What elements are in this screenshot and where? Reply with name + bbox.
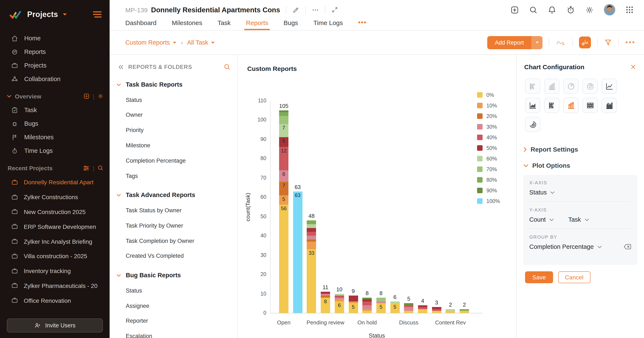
chart-type-pie[interactable] xyxy=(563,78,578,94)
overview-item-milestones[interactable]: Milestones xyxy=(0,130,110,144)
recent-project-zylker-pharmaceuticals-20[interactable]: Zylker Pharmaceuticals - 20 xyxy=(0,278,110,293)
more-actions-icon[interactable] xyxy=(312,6,319,13)
sidebar-item-collaboration[interactable]: Collaboration xyxy=(0,72,110,86)
search-icon[interactable] xyxy=(529,5,538,14)
chart-type-stacked-bar-horizontal[interactable] xyxy=(544,98,560,113)
chart-bar-unlabeled-12[interactable] xyxy=(432,307,441,313)
collapse-panel-icon[interactable] xyxy=(118,64,124,70)
recent-project-office-renovation[interactable]: Office Renovation xyxy=(0,293,110,308)
brand-caret-icon[interactable] xyxy=(62,13,67,16)
add-report-button[interactable]: Add Report xyxy=(487,36,543,49)
breadcrumb-custom-reports[interactable]: Custom Reports xyxy=(125,39,177,46)
chart-type-stacked-bar-100[interactable] xyxy=(582,98,598,113)
sidebar-item-home[interactable]: Home xyxy=(0,31,110,45)
user-avatar[interactable] xyxy=(604,4,616,16)
global-add-icon[interactable] xyxy=(510,5,519,14)
report-item-task-advanced-reports-task-priority-by-owner[interactable]: Task Priority by Owner xyxy=(126,219,233,232)
chart-type-column-histogram[interactable] xyxy=(602,98,617,113)
folder-section-task-advanced-reports[interactable]: Task Advanced Reports xyxy=(126,189,233,202)
chart-bar-unlabeled-6[interactable]: 5 xyxy=(348,296,358,313)
report-item-task-advanced-reports-task-status-by-owner[interactable]: Task Status by Owner xyxy=(126,204,233,217)
report-item-task-advanced-reports-task-completion-by-owner[interactable]: Task Completion by Owner xyxy=(126,234,233,247)
recent-project-zylker-inc-analyst-briefing[interactable]: Zylker Inc Analyst Briefing xyxy=(0,234,110,249)
chevron-down-icon[interactable] xyxy=(7,95,12,98)
chart-type-stacked-column[interactable] xyxy=(563,98,578,113)
recent-project-villa-construction-2025[interactable]: Villa construction - 2025 xyxy=(0,249,110,264)
filter-sliders-icon[interactable] xyxy=(83,165,90,171)
chart-type-bar-horizontal[interactable] xyxy=(525,78,540,94)
chart-bar-unlabeled-9[interactable]: 5 xyxy=(390,301,400,313)
chart-bar-unlabeled-2[interactable]: 63 xyxy=(293,191,302,313)
chart-bar-open[interactable]: 565761257 xyxy=(279,110,288,313)
folder-section-task-basic-reports[interactable]: Task Basic Reports xyxy=(126,78,233,91)
settings-gear-icon[interactable] xyxy=(585,5,594,14)
tab-time-logs[interactable]: Time Logs xyxy=(313,19,343,30)
tab-reports[interactable]: Reports xyxy=(246,19,268,30)
edit-pen-icon[interactable] xyxy=(292,6,300,13)
chart-type-line[interactable] xyxy=(602,78,617,94)
legend-item-0[interactable]: 0% xyxy=(477,90,500,100)
legend-item-30[interactable]: 30% xyxy=(477,121,500,132)
folder-section-bug-basic-reports[interactable]: Bug Basic Reports xyxy=(126,269,233,282)
more-options-icon[interactable]: ••• xyxy=(625,38,636,47)
chart-bar-discuss[interactable] xyxy=(404,303,414,313)
legend-item-100[interactable]: 100% xyxy=(477,196,500,206)
sidebar-collapse-icon[interactable] xyxy=(92,11,102,18)
chart-type-radial[interactable] xyxy=(525,117,540,132)
apps-grid-icon[interactable] xyxy=(625,5,634,14)
chart-type-bar-vertical[interactable] xyxy=(544,78,560,94)
chart-type-donut[interactable] xyxy=(582,78,598,94)
chart-bar-unlabeled-3[interactable]: 33 xyxy=(307,220,316,313)
timer-icon[interactable] xyxy=(566,5,575,14)
report-item-bug-basic-reports-reporter[interactable]: Reporter xyxy=(126,315,233,328)
notifications-bell-icon[interactable] xyxy=(548,5,556,14)
legend-item-70[interactable]: 70% xyxy=(477,164,500,175)
overview-item-task[interactable]: Task xyxy=(0,103,110,117)
expand-icon[interactable] xyxy=(332,6,338,13)
chart-bar-unlabeled-5[interactable]: 6 xyxy=(335,294,344,313)
chart-bar-pending-review[interactable]: 8 xyxy=(321,292,330,313)
invite-users-button[interactable]: Invite Users xyxy=(7,319,103,333)
x-axis-select[interactable]: Status xyxy=(529,189,631,196)
tab-dashboard[interactable]: Dashboard xyxy=(125,19,156,30)
legend-item-80[interactable]: 80% xyxy=(477,175,500,185)
plot-options-section[interactable]: Plot Options xyxy=(523,162,570,169)
report-item-task-basic-reports-status[interactable]: Status xyxy=(126,93,233,106)
chart-type-area[interactable] xyxy=(525,98,540,113)
folders-search-icon[interactable] xyxy=(224,63,231,70)
report-item-bug-basic-reports-assignee[interactable]: Assignee xyxy=(126,299,233,312)
y-axis-entity-select[interactable]: Task xyxy=(568,216,589,223)
y-axis-aggregate-select[interactable]: Count xyxy=(529,216,554,223)
chart-bar-content-rev[interactable] xyxy=(446,309,455,313)
report-item-bug-basic-reports-escalation[interactable]: Escalation xyxy=(126,330,233,338)
recent-project-inventory-tracking[interactable]: Inventory tracking xyxy=(0,264,110,279)
report-item-task-basic-reports-milestone[interactable]: Milestone xyxy=(126,139,233,152)
overview-item-time-logs[interactable]: Time Logs xyxy=(0,144,110,158)
legend-item-90[interactable]: 90% xyxy=(477,185,500,196)
report-item-task-basic-reports-owner[interactable]: Owner xyxy=(126,109,233,121)
breadcrumb-all-task[interactable]: All Task xyxy=(187,39,215,46)
report-item-task-basic-reports-tags[interactable]: Tags xyxy=(126,169,233,182)
report-item-task-advanced-reports-created-vs-completed[interactable]: Created Vs Completed xyxy=(126,250,233,262)
save-button[interactable]: Save xyxy=(525,271,553,283)
recent-project-new-construction-2025[interactable]: New Construction 2025 xyxy=(0,204,110,219)
overview-settings-icon[interactable] xyxy=(97,93,104,99)
add-dashboard-icon[interactable] xyxy=(84,93,90,99)
tabs-more-icon[interactable]: ••• xyxy=(358,19,366,30)
legend-item-60[interactable]: 60% xyxy=(477,153,500,164)
filter-funnel-icon[interactable] xyxy=(604,38,612,46)
group-by-select[interactable]: Completion Percentage xyxy=(529,243,602,250)
cancel-button[interactable]: Cancel xyxy=(558,271,590,283)
sidebar-item-projects[interactable]: Projects xyxy=(0,59,110,72)
report-settings-section[interactable]: Report Settings xyxy=(523,146,578,153)
legend-item-10[interactable]: 10% xyxy=(477,100,500,111)
chart-bar-on-hold[interactable] xyxy=(362,298,372,313)
project-search-icon[interactable] xyxy=(97,165,104,171)
zia-assistant-icon[interactable] xyxy=(556,38,566,47)
chart-bar-unlabeled-11[interactable] xyxy=(418,305,427,313)
chart-bar-unlabeled-14[interactable] xyxy=(460,309,469,313)
recent-project-zylker-constructions[interactable]: Zylker Constructions xyxy=(0,190,110,205)
legend-item-50[interactable]: 50% xyxy=(477,143,500,153)
legend-item-20[interactable]: 20% xyxy=(477,111,500,121)
report-item-bug-basic-reports-status[interactable]: Status xyxy=(126,284,233,297)
